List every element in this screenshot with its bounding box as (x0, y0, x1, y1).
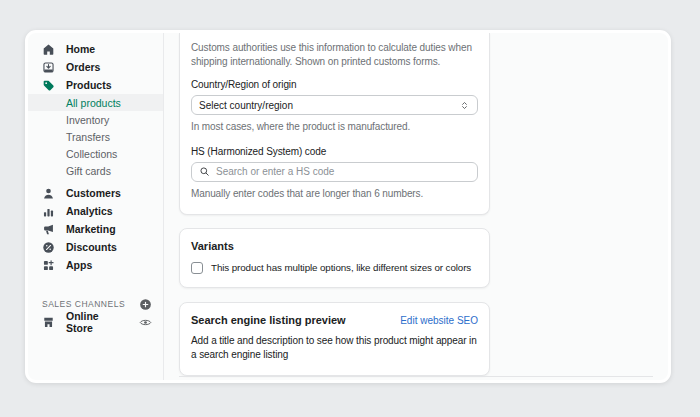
multiple-options-checkbox[interactable] (191, 262, 203, 274)
app-window: Home Orders Products All products Invent… (25, 30, 671, 383)
multiple-options-label: This product has multiple options, like … (211, 262, 471, 273)
edit-website-seo-link[interactable]: Edit website SEO (400, 315, 478, 326)
view-online-store-icon[interactable] (139, 316, 152, 329)
hs-code-help-text: Manually enter codes that are longer tha… (191, 187, 478, 201)
storefront-icon (42, 316, 55, 329)
sidebar-subitem-label: All products (66, 97, 121, 109)
hs-code-label: HS (Harmonized System) code (191, 146, 478, 157)
sidebar-item-label: Home (66, 43, 95, 55)
sidebar-item-label: Marketing (66, 223, 116, 235)
sidebar-item-apps[interactable]: Apps (28, 256, 163, 274)
sales-channels-label: SALES CHANNELS (42, 299, 125, 309)
sidebar-subitem-gift-cards[interactable]: Gift cards (28, 162, 163, 179)
sidebar-item-marketing[interactable]: Marketing (28, 220, 163, 238)
hs-code-search-field (191, 162, 478, 182)
seo-card-header: Search engine listing preview Edit websi… (191, 314, 478, 326)
page: { "sidebar": { "items": [ { "label": "Ho… (0, 0, 700, 417)
sidebar: Home Orders Products All products Invent… (28, 33, 164, 380)
sidebar-item-analytics[interactable]: Analytics (28, 202, 163, 220)
sidebar-item-label: Online Store (66, 310, 117, 334)
sidebar-subitem-label: Collections (66, 148, 117, 160)
sidebar-item-label: Products (66, 79, 112, 91)
sidebar-subitem-label: Inventory (66, 114, 109, 126)
sidebar-item-label: Apps (66, 259, 92, 271)
sidebar-item-label: Discounts (66, 241, 117, 253)
search-icon (199, 166, 210, 177)
sidebar-item-label: Customers (66, 187, 121, 199)
home-icon (42, 43, 55, 56)
sidebar-item-customers[interactable]: Customers (28, 184, 163, 202)
sidebar-subitem-label: Gift cards (66, 165, 111, 177)
apps-icon (42, 259, 55, 272)
sidebar-item-label: Orders (66, 61, 100, 73)
card-column: Customs authorities use this information… (179, 33, 490, 376)
customers-icon (42, 187, 55, 200)
country-select-value: Select country/region (199, 100, 293, 111)
variants-title: Variants (191, 240, 478, 252)
sidebar-subitem-collections[interactable]: Collections (28, 145, 163, 162)
variants-card: Variants This product has multiple optio… (179, 228, 490, 288)
discounts-icon (42, 241, 55, 254)
main-content: Customs authorities use this information… (164, 33, 668, 380)
sidebar-subitem-inventory[interactable]: Inventory (28, 111, 163, 128)
orders-icon (42, 61, 55, 74)
seo-description: Add a title and description to see how t… (191, 334, 478, 363)
country-of-origin-label: Country/Region of origin (191, 79, 478, 90)
sidebar-item-discounts[interactable]: Discounts (28, 238, 163, 256)
hs-code-input[interactable] (216, 166, 470, 177)
marketing-icon (42, 223, 55, 236)
country-of-origin-select[interactable]: Select country/region (191, 95, 478, 115)
select-stepper-icon (459, 100, 470, 111)
sidebar-item-home[interactable]: Home (28, 40, 163, 58)
sidebar-subitem-transfers[interactable]: Transfers (28, 128, 163, 145)
seo-preview-card: Search engine listing preview Edit websi… (179, 302, 490, 376)
seo-title: Search engine listing preview (191, 314, 346, 326)
analytics-icon (42, 205, 55, 218)
page-actions-footer: Save (179, 376, 653, 383)
customs-information-card: Customs authorities use this information… (179, 33, 490, 215)
sidebar-subitem-all-products[interactable]: All products (28, 94, 163, 111)
sidebar-item-online-store[interactable]: Online Store (28, 313, 163, 331)
customs-description: Customs authorities use this information… (191, 41, 478, 69)
add-sales-channel-icon[interactable] (139, 298, 152, 311)
sidebar-subitem-label: Transfers (66, 131, 110, 143)
sidebar-item-orders[interactable]: Orders (28, 58, 163, 76)
country-help-text: In most cases, where the product is manu… (191, 120, 478, 134)
sidebar-item-products[interactable]: Products (28, 76, 163, 94)
variants-option-row: This product has multiple options, like … (191, 262, 478, 274)
sidebar-item-label: Analytics (66, 205, 113, 217)
products-icon (42, 79, 55, 92)
